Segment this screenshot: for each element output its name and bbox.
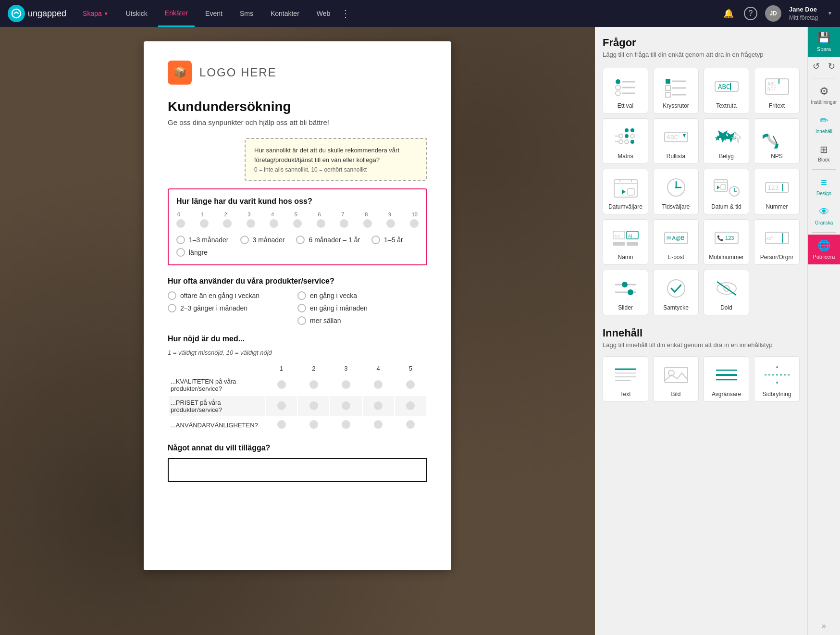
- svg-rect-54: [721, 185, 726, 189]
- type-samtycke[interactable]: Samtycke: [653, 270, 699, 315]
- avatar[interactable]: JD: [765, 5, 781, 22]
- freq-option[interactable]: mer sällan: [297, 316, 427, 325]
- sat-radio[interactable]: [374, 401, 383, 410]
- publicera-button[interactable]: 🌐 Publicera: [808, 235, 840, 264]
- type-tidsvaljare[interactable]: Tidsväljare: [653, 169, 699, 214]
- sat-radio[interactable]: [406, 380, 415, 389]
- freq-option[interactable]: en gång i vecka: [297, 291, 427, 300]
- sat-radio[interactable]: [406, 420, 415, 429]
- rullista-label: Rullista: [667, 153, 685, 160]
- more-menu-icon[interactable]: ⋮: [341, 8, 350, 19]
- redo-button[interactable]: ↻: [825, 60, 839, 73]
- sat-radio[interactable]: [342, 380, 350, 389]
- design-button[interactable]: ≡ Design: [808, 172, 840, 201]
- nps-option[interactable]: [270, 219, 278, 228]
- spara-button[interactable]: 💾 Spara: [808, 27, 840, 57]
- undo-button[interactable]: ↺: [810, 60, 823, 73]
- nav-item-kontakter[interactable]: Kontakter: [264, 0, 306, 27]
- duration-option-2[interactable]: 3 månader: [240, 236, 285, 244]
- svg-point-25: [619, 140, 623, 144]
- type-matris[interactable]: Matris: [603, 118, 648, 164]
- sat-radio[interactable]: [342, 420, 350, 429]
- type-ett-val[interactable]: Ett val: [603, 68, 648, 113]
- notifications-icon[interactable]: 🔔: [721, 6, 736, 21]
- avgransare-icon: [710, 361, 743, 388]
- type-persnr[interactable]: xx* Persnr/Orgnr: [754, 219, 800, 265]
- svg-point-1: [616, 79, 620, 84]
- help-icon[interactable]: ?: [744, 7, 757, 20]
- type-datumvaljare[interactable]: Datumväljare: [603, 169, 648, 214]
- nps-option[interactable]: [176, 219, 185, 228]
- type-kryssrutor[interactable]: Kryssrutor: [653, 68, 699, 113]
- svg-text:A|: A|: [628, 234, 632, 238]
- top-navigation: ungapped Skapa ▼ Utskick Enkäter Event S…: [0, 0, 840, 27]
- type-slider[interactable]: Slider: [603, 270, 648, 315]
- nps-option[interactable]: [363, 219, 372, 228]
- expand-chevron-icon[interactable]: »: [822, 622, 826, 630]
- nps-option[interactable]: [317, 219, 325, 228]
- table-row: ...PRISET på våra produkter/service?: [169, 396, 426, 416]
- type-betyg[interactable]: ★★ ★ Betyg: [704, 118, 749, 164]
- type-mobilnummer[interactable]: 📞 123 Mobilnummer: [704, 219, 749, 265]
- type-textruta[interactable]: ABC Textruta: [704, 68, 749, 113]
- satisfaction-table: 1 2 3 4 5 ...KVALITETEN på våra produkte…: [168, 362, 427, 434]
- user-chevron-icon[interactable]: ▼: [828, 11, 832, 16]
- nps-option[interactable]: [200, 219, 209, 228]
- divider: [812, 169, 836, 170]
- type-avgransare[interactable]: Avgränsare: [704, 356, 749, 402]
- nav-item-event[interactable]: Event: [198, 0, 229, 27]
- type-fritext[interactable]: ABC DEF Fritext: [754, 68, 800, 113]
- freq-option[interactable]: en gång i månaden: [297, 304, 427, 312]
- type-bild[interactable]: Bild: [653, 356, 699, 402]
- freq-option[interactable]: 2–3 gånger i månaden: [168, 304, 297, 312]
- sat-radio[interactable]: [277, 420, 286, 429]
- open-answer-input[interactable]: [168, 458, 427, 482]
- granska-button[interactable]: 👁 Granska: [808, 201, 840, 230]
- type-nummer[interactable]: 123 Nummer: [754, 169, 800, 214]
- bild-label: Bild: [671, 391, 680, 398]
- installningar-button[interactable]: ⚙ Inställningar: [808, 80, 840, 110]
- sat-radio[interactable]: [277, 401, 286, 410]
- radio-circle-icon: [371, 236, 380, 244]
- nav-item-skapa[interactable]: Skapa ▼: [76, 0, 115, 27]
- sat-radio[interactable]: [406, 401, 415, 410]
- freq-option[interactable]: oftare än en gång i veckan: [168, 291, 297, 300]
- svg-text:xx*: xx*: [766, 236, 773, 241]
- nav-item-web[interactable]: Web: [310, 0, 337, 27]
- type-sidbrytning[interactable]: Sidbrytning: [754, 356, 800, 402]
- duration-option-3[interactable]: 6 månader – 1 år: [296, 236, 360, 244]
- sat-radio[interactable]: [309, 420, 318, 429]
- nps-option[interactable]: [386, 219, 395, 228]
- nav-item-utskick[interactable]: Utskick: [119, 0, 154, 27]
- type-nps[interactable]: NPS: [754, 118, 800, 164]
- nps-option[interactable]: [293, 219, 302, 228]
- nav-item-sms[interactable]: Sms: [233, 0, 260, 27]
- innehall-button[interactable]: ✏ Innehåll: [808, 110, 840, 139]
- sat-radio[interactable]: [374, 420, 383, 429]
- sat-radio[interactable]: [342, 401, 350, 410]
- nav-item-enkater[interactable]: Enkäter: [158, 0, 195, 27]
- nps-option[interactable]: [340, 219, 348, 228]
- duration-option-4[interactable]: 1–5 år: [371, 236, 403, 244]
- type-rullista[interactable]: ABC Rullista: [653, 118, 699, 164]
- type-epost[interactable]: ✉ A@B E-post: [653, 219, 699, 265]
- nps-option[interactable]: [223, 219, 232, 228]
- block-button[interactable]: ⊞ Block: [808, 139, 840, 167]
- sat-radio[interactable]: [277, 380, 286, 389]
- logo-area[interactable]: ungapped: [8, 5, 66, 22]
- type-text-content[interactable]: Text: [603, 356, 648, 402]
- type-namn[interactable]: Ka A| Namn: [603, 219, 648, 265]
- type-dold[interactable]: Dold: [704, 270, 749, 315]
- duration-option-5[interactable]: längre: [176, 248, 208, 257]
- nps-option[interactable]: [410, 219, 419, 228]
- sat-radio[interactable]: [309, 380, 318, 389]
- svg-point-5: [616, 91, 620, 96]
- survey-subtitle: Ge oss dina synpunkter och hjälp oss att…: [168, 118, 427, 126]
- sat-radio[interactable]: [374, 380, 383, 389]
- type-datum-tid[interactable]: Datum & tid: [704, 169, 749, 214]
- svg-marker-93: [776, 382, 778, 385]
- nps-option[interactable]: [247, 219, 255, 228]
- svg-rect-65: [613, 242, 625, 246]
- sat-radio[interactable]: [309, 401, 318, 410]
- duration-option-1[interactable]: 1–3 månader: [176, 236, 229, 244]
